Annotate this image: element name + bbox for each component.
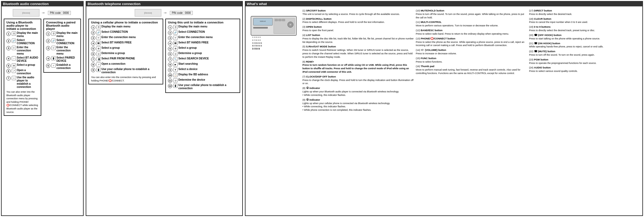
u-step6-text: Determine a group — [178, 52, 202, 55]
c-open-icon-8: ↗ — [96, 62, 101, 67]
c-step8-text: Open a connection — [101, 62, 125, 65]
paired-step-2: 2 🔗 Select CONNECTION — [46, 39, 78, 45]
flow-step-3: 3 ✏ Enter the connection menu — [6, 46, 39, 55]
player-icon-7: ♫ — [12, 76, 16, 80]
device-image-col: DISPLAY ① ② ③ ④ ⑤ ⑥ ⑦ ⑧ ⑨ ⑩ ⑪ ⑫ ⑬ ⑭ ⑮ ⑯ … — [247, 9, 300, 113]
u-det-icon-6: ◎ — [173, 52, 178, 56]
whats-what-section: What's what DISPLAY — [245, 1, 643, 216]
using-bluetooth-title: Using a Bluetooth audio player to initia… — [6, 21, 39, 30]
using-this-unit-box: Using this unit to initiate a connection… — [165, 19, 240, 93]
flow-step-7: 7 ♫ Use the audio player to establish a … — [6, 76, 39, 89]
button-desc-20: (20) ☎ (OFF HOOK) buttonPress to start t… — [529, 34, 641, 40]
svg-rect-2 — [253, 27, 268, 28]
svg-rect-6 — [275, 19, 278, 21]
unit-step-3: 3 ✏ Enter the connection menu — [168, 36, 237, 40]
connecting-paired-col: Connecting a paired Bluetooth audio play… — [43, 18, 81, 117]
step2-text: Select CONNECTION — [17, 39, 39, 45]
step3-text: Enter the connection menu — [17, 46, 39, 55]
connecting-paired-title: Connecting a paired Bluetooth audio play… — [46, 21, 78, 30]
button-desc-8: (8) ⦿⁠ indicatorLights up when your Blue… — [302, 87, 414, 97]
desc-column-3: (17) DIRECT buttonPress to directly sele… — [529, 9, 641, 113]
connecting-paired-box: Connecting a paired Bluetooth audio play… — [43, 19, 81, 73]
cell-step-8: 8 ↗ Open a connection — [91, 62, 161, 67]
step6-text: Open a connection — [17, 69, 39, 75]
bluetooth-phone-title: Bluetooth telephone connection — [86, 1, 243, 6]
button-desc-22: (22) ☎ (MUTE) buttonPress to turn off th… — [529, 50, 641, 57]
svg-rect-8 — [282, 19, 285, 21]
unit-step-9: 9 ▼ Select a device — [168, 68, 237, 72]
c-step3-text: Enter the connection menu — [101, 36, 136, 39]
button-desc-17: (17) DIRECT buttonPress to directly sele… — [529, 9, 641, 16]
unit-step-4: 4 ☎ Select BT HANDS FREE — [168, 41, 237, 46]
u-conn-icon-2: 🔗 — [173, 30, 178, 35]
c-hands-icon-4: ☎ — [96, 41, 101, 45]
u-search-icon-7: 🔍 — [173, 57, 178, 61]
arrow-right-audio: → — [41, 10, 45, 15]
bt-icon-4: ♪ — [12, 56, 16, 60]
unit-step-2: 2 🔗 Select CONNECTION — [168, 30, 237, 35]
u-bd-icon-10: 📋 — [173, 73, 178, 77]
u-start-icon-8: ▶ — [173, 62, 178, 67]
u-step2-text: Select CONNECTION — [178, 30, 205, 34]
cell-step-7: 7 📲 Select PAIR FROM PHONE — [91, 57, 161, 62]
svg-text:DISPLAY: DISPLAY — [260, 21, 266, 22]
u-step10-text: Display the BD address — [178, 73, 208, 76]
step7-text: Use the audio player to establish a conn… — [17, 76, 39, 89]
device-diagram-svg: DISPLAY ① ② ③ ④ ⑤ ⑥ ⑦ ⑧ ⑨ ⑩ ⑪ ⑫ ⑬ ⑭ ⑮ ⑯ … — [247, 9, 300, 57]
c-step6-text: Determine a group — [101, 52, 125, 55]
cell-step-5: 5 ⊞ Select a group — [91, 46, 161, 51]
paired-step-1: 1 ☰ Display the main menu — [46, 31, 78, 38]
u-step9-text: Select a device — [178, 68, 198, 71]
unit-step-10: 10 📋 Display the BD address — [168, 73, 237, 77]
button-desc-5: (5) S.Rtrv/SAT MODE buttonPress to switc… — [302, 45, 414, 59]
using-this-unit-col: Using this unit to initiate a connection… — [165, 18, 241, 94]
step5-text: Select a group — [17, 63, 35, 67]
flow-step-2: 2 🔗 Select CONNECTION — [6, 39, 39, 45]
u-menu2-icon-3: ✏ — [173, 36, 178, 40]
u-step5-text: Select a group — [178, 46, 197, 50]
u-step3-text: Enter the connection menu — [178, 36, 213, 39]
p-step2-text: Select CONNECTION — [56, 39, 78, 45]
cell-step-1: 1 ☰ Display the main menu — [91, 25, 161, 30]
u-grp-icon-5: ⊞ — [173, 46, 178, 51]
flow-step-1: 1 ☰ Display the main menu — [6, 31, 39, 38]
button-desc-21: (21) ☎ (ON HOOK) buttonWhile operating h… — [529, 42, 641, 49]
using-cellular-title: Using a cellular phone to initiate a con… — [91, 21, 161, 24]
whats-what-title: What's what — [245, 1, 643, 6]
svg-text:㉑ ㉒ ㉓ ㉔: ㉑ ㉒ ㉓ ㉔ — [252, 48, 260, 50]
p-step5-text: Establish a connection — [56, 63, 78, 70]
c-grp-icon-5: ⊞ — [96, 46, 101, 51]
unit-step-1: 1 ☰ Display the main menu — [168, 25, 237, 30]
device-diagram-phone: [Device] — [135, 9, 161, 17]
c-step9-text: Use your cellular phone to establish a c… — [101, 68, 161, 74]
u-step12-text: Use your cellular phone to establish a c… — [178, 84, 237, 90]
using-bluetooth-col: Using a Bluetooth audio player to initia… — [3, 18, 42, 117]
c-step7-text: Select PAIR FROM PHONE — [101, 57, 135, 60]
using-cellular-steps: 1 ☰ Display the main menu 2 🔗 Select CON… — [91, 25, 161, 74]
conn-menu-icon-3: ✏ — [12, 46, 16, 50]
button-desc-6: (6) RDM/>Press to turn random function o… — [302, 60, 414, 74]
button-desc-4: (4) LIST buttonPress to display the disc… — [302, 34, 414, 44]
step1-text: Display the main menu — [17, 31, 39, 38]
paired-step-5: 5 ✓ Establish a connection — [46, 63, 78, 70]
pin-code-phone: PIN code : 0000 — [170, 11, 193, 15]
unit-step-6: 6 ◎ Determine a group — [168, 52, 237, 56]
using-bluetooth-note: You can also enter into the Bluetooth au… — [6, 90, 39, 114]
cell-step-9: 9 📱 Use your cellular phone to establish… — [91, 68, 161, 74]
open-icon-6: ↗ — [12, 69, 16, 73]
p-step1-text: Display the main menu — [56, 31, 78, 38]
button-desc-14: (14) +/− (VOLUME) buttonPress to increas… — [416, 48, 528, 55]
cell-step-3: 3 ✏ Enter the connection menu — [91, 36, 161, 40]
unit-step-11: 11 ◎ Determine the device — [168, 78, 237, 83]
group-icon-5: ⊞ — [12, 63, 16, 68]
p-step4-text: Select PAIRED DEVICE — [56, 56, 78, 63]
c-menu2-icon-3: ✏ — [96, 36, 101, 40]
c-menu-icon-1: ☰ — [96, 25, 101, 29]
descriptions-col: (1) SRC/OFF buttonThis unit is turned on… — [302, 9, 641, 113]
u-step11-text: Determine the device — [178, 78, 205, 81]
device-diagram-audio: [Device] — [13, 9, 39, 17]
using-cellular-note: You can also enter into the connection m… — [91, 76, 161, 82]
u-det2-icon-11: ◎ — [173, 78, 178, 83]
svg-text:① ② ③ ④ ⑤: ① ② ③ ④ ⑤ — [252, 36, 261, 38]
u-sel-icon-9: ▼ — [173, 68, 178, 72]
